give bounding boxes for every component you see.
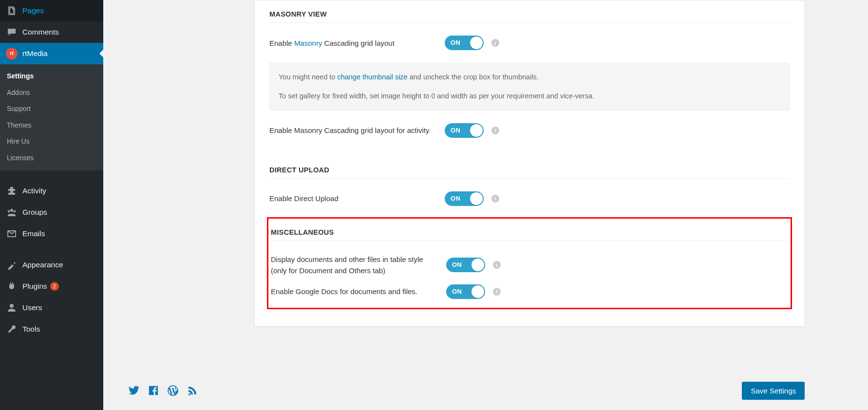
appearance-icon	[6, 259, 18, 271]
setting-label: Enable Google Docs for documents and fil…	[271, 286, 446, 297]
change-thumbnail-link[interactable]: change thumbnail size	[337, 73, 407, 81]
sidebar-item-label: Activity	[22, 186, 46, 196]
toggle-state-label: ON	[451, 126, 461, 135]
section-direct-upload: Direct Upload Enable Direct Upload ON i	[255, 156, 804, 210]
twitter-icon[interactable]	[128, 384, 140, 397]
tools-icon	[6, 323, 18, 335]
setting-label: Enable Masonry Cascading grid layout	[269, 37, 445, 49]
toggle-state-label: ON	[452, 287, 462, 296]
toggle-state-label: ON	[451, 38, 461, 47]
comment-icon	[6, 26, 18, 38]
activity-icon	[6, 185, 18, 197]
row-enable-masonry-activity: Enable Masonry Cascading grid layout for…	[269, 119, 790, 142]
setting-label: Enable Masonry Cascading grid layout for…	[269, 125, 445, 136]
svg-point-2	[14, 210, 16, 212]
section-heading-direct-upload: Direct Upload	[269, 156, 790, 179]
footer-social-icons	[128, 384, 199, 397]
highlight-miscellaneous: Miscellaneous Display documents and othe…	[267, 217, 792, 309]
sidebar-item-pages[interactable]: Pages	[0, 0, 103, 21]
rtmedia-icon: rt	[6, 48, 18, 59]
toggle-docs-table[interactable]: ON	[446, 258, 485, 272]
sidebar-sub-settings[interactable]: Settings	[0, 68, 103, 85]
sidebar-submenu-rtmedia: Settings Addons Support Themes Hire Us L…	[0, 64, 103, 170]
sidebar-sub-support[interactable]: Support	[0, 101, 103, 117]
masonry-link[interactable]: Masonry	[294, 39, 322, 47]
footer-bar: Save Settings	[113, 376, 858, 405]
sidebar-item-label: Groups	[22, 207, 47, 218]
plugins-icon	[6, 280, 18, 292]
groups-icon	[6, 206, 18, 218]
toggle-direct-upload[interactable]: ON	[445, 191, 484, 206]
sidebar-item-users[interactable]: Users	[0, 297, 103, 318]
sidebar-item-label: Users	[22, 302, 42, 313]
sidebar-item-comments[interactable]: Comments	[0, 21, 103, 43]
info-icon[interactable]: i	[493, 261, 501, 269]
svg-point-1	[8, 210, 10, 212]
plugins-update-badge: 2	[50, 282, 59, 291]
svg-point-0	[10, 209, 13, 212]
toggle-knob	[470, 37, 483, 49]
sidebar-item-label: rtMedia	[22, 48, 48, 59]
toggle-knob	[472, 285, 484, 298]
rss-icon[interactable]	[186, 384, 199, 397]
toggle-state-label: ON	[452, 261, 462, 269]
sidebar-item-appearance[interactable]: Appearance	[0, 254, 103, 276]
masonry-note-box: You might need to change thumbnail size …	[269, 63, 790, 110]
row-enable-google-docs: Enable Google Docs for documents and fil…	[271, 280, 788, 303]
settings-card: Masonry View Enable Masonry Cascading gr…	[254, 0, 805, 327]
email-icon	[6, 228, 18, 240]
sidebar-item-label: Tools	[22, 324, 40, 335]
wordpress-icon[interactable]	[167, 384, 179, 397]
sidebar-sub-licenses[interactable]: Licenses	[0, 150, 103, 167]
setting-label: Enable Direct Upload	[269, 193, 445, 204]
toggle-knob	[472, 259, 484, 271]
sidebar-sub-addons[interactable]: Addons	[0, 85, 103, 101]
section-heading-masonry: Masonry View	[269, 0, 790, 23]
toggle-knob	[470, 192, 483, 205]
facebook-icon[interactable]	[147, 384, 160, 397]
sidebar-item-label: Plugins	[22, 281, 47, 292]
toggle-knob	[470, 124, 483, 137]
sidebar-item-tools[interactable]: Tools	[0, 318, 103, 340]
info-icon[interactable]: i	[491, 195, 499, 203]
section-heading-miscellaneous: Miscellaneous	[271, 219, 788, 241]
toggle-google-docs[interactable]: ON	[446, 284, 485, 299]
sidebar-item-label: Emails	[22, 228, 45, 239]
toggle-masonry[interactable]: ON	[445, 36, 484, 50]
pages-icon	[6, 5, 18, 17]
setting-label: Display documents and other files in tab…	[271, 254, 446, 277]
row-display-docs-table: Display documents and other files in tab…	[271, 250, 788, 280]
sidebar-item-label: Appearance	[22, 260, 63, 270]
sidebar-item-label: Pages	[22, 5, 44, 16]
save-settings-button[interactable]: Save Settings	[742, 382, 805, 400]
sidebar-item-label: Comments	[22, 27, 59, 37]
toggle-masonry-activity[interactable]: ON	[445, 123, 484, 138]
section-masonry: Masonry View Enable Masonry Cascading gr…	[255, 0, 804, 142]
users-icon	[6, 302, 18, 314]
svg-point-3	[10, 304, 14, 308]
main-content: Masonry View Enable Masonry Cascading gr…	[103, 0, 868, 410]
row-enable-direct-upload: Enable Direct Upload ON i	[269, 187, 790, 210]
admin-sidebar: Pages Comments rt rtMedia Settings Addon…	[0, 0, 103, 410]
sidebar-sub-themes[interactable]: Themes	[0, 117, 103, 134]
info-icon[interactable]: i	[491, 127, 499, 134]
info-icon[interactable]: i	[493, 288, 501, 296]
sidebar-item-groups[interactable]: Groups	[0, 202, 103, 223]
toggle-state-label: ON	[451, 194, 461, 203]
sidebar-sub-hireus[interactable]: Hire Us	[0, 133, 103, 150]
row-enable-masonry: Enable Masonry Cascading grid layout ON …	[269, 32, 790, 54]
sidebar-item-activity[interactable]: Activity	[0, 180, 103, 202]
info-icon[interactable]: i	[491, 39, 499, 47]
sidebar-item-rtmedia[interactable]: rt rtMedia	[0, 43, 103, 64]
sidebar-item-plugins[interactable]: Plugins 2	[0, 276, 103, 297]
sidebar-item-emails[interactable]: Emails	[0, 223, 103, 244]
